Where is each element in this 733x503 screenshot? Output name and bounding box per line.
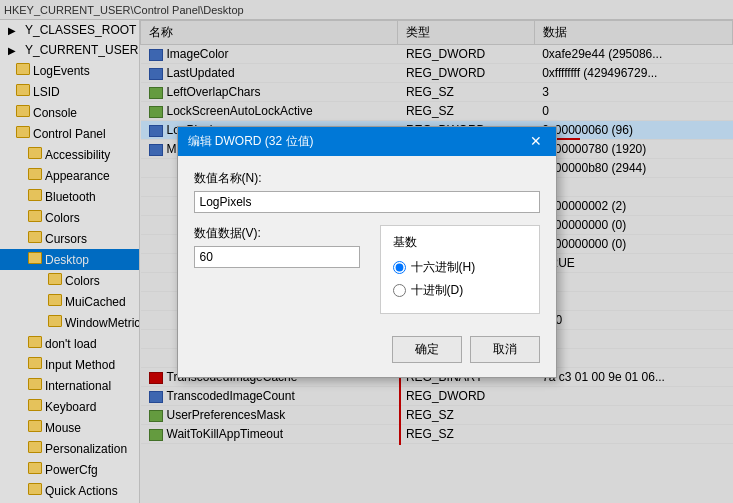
dec-radio-item[interactable]: 十进制(D) [393,282,527,299]
base-title: 基数 [393,234,527,251]
base-section: 基数 十六进制(H) 十进制(D) [380,225,540,314]
dec-radio[interactable] [393,284,406,297]
hex-radio[interactable] [393,261,406,274]
hex-radio-item[interactable]: 十六进制(H) [393,259,527,276]
dialog-close-button[interactable]: ✕ [526,134,546,148]
dialog-footer: 确定 取消 [178,328,556,377]
dialog-title: 编辑 DWORD (32 位值) [188,133,314,150]
hex-label: 十六进制(H) [411,259,476,276]
name-label: 数值名称(N): [194,170,540,187]
dialog-overlay: 编辑 DWORD (32 位值) ✕ 数值名称(N): 数值数据(V): 基数 … [0,0,733,503]
dialog-row: 数值数据(V): 基数 十六进制(H) 十进制(D) [194,225,540,314]
value-section: 数值数据(V): [194,225,360,314]
data-label: 数值数据(V): [194,225,360,242]
data-input[interactable] [194,246,360,268]
dialog-titlebar: 编辑 DWORD (32 位值) ✕ [178,127,556,156]
dialog-body: 数值名称(N): 数值数据(V): 基数 十六进制(H) 十进制(D) [178,156,556,328]
name-input[interactable] [194,191,540,213]
edit-dword-dialog: 编辑 DWORD (32 位值) ✕ 数值名称(N): 数值数据(V): 基数 … [177,126,557,378]
cancel-button[interactable]: 取消 [470,336,540,363]
ok-button[interactable]: 确定 [392,336,462,363]
dec-label: 十进制(D) [411,282,464,299]
